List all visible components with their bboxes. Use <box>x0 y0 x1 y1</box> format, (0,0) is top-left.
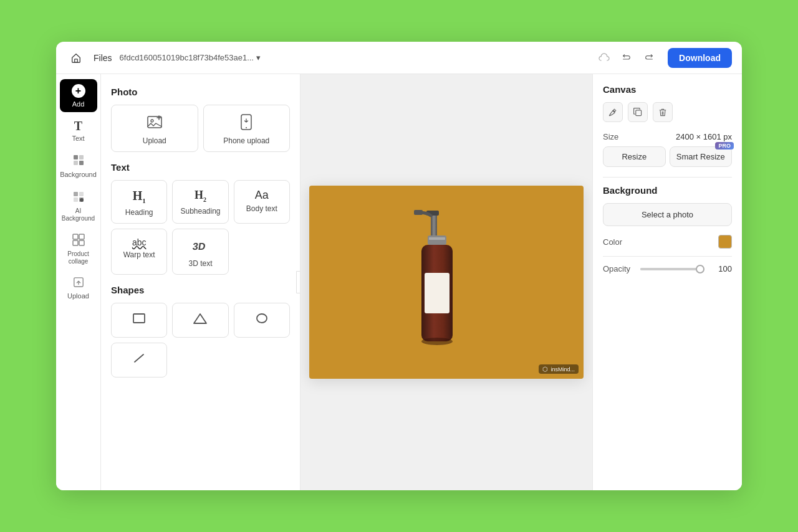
3d-text-card[interactable]: 3D 3D text <box>172 229 228 275</box>
left-sidebar: + Add T Text Background <box>56 74 101 490</box>
svg-rect-0 <box>75 59 78 62</box>
line-card[interactable] <box>111 343 167 378</box>
svg-point-21 <box>257 314 267 323</box>
circle-icon <box>255 312 269 327</box>
sidebar-item-ai-background[interactable]: AI Background <box>60 186 97 226</box>
svg-rect-5 <box>74 192 78 196</box>
phone-upload-label: Phone upload <box>223 136 269 145</box>
copy-tool-button[interactable] <box>628 102 648 122</box>
select-photo-button[interactable]: Select a photo <box>603 203 732 226</box>
canvas-tools <box>603 102 732 122</box>
svg-rect-11 <box>79 234 84 239</box>
add-panel: Photo Upload <box>101 74 300 490</box>
svg-rect-6 <box>79 192 84 196</box>
sidebar-item-text[interactable]: T Text <box>60 115 97 146</box>
cloud-icon <box>598 53 610 63</box>
canvas-area: ⬡ insMind... <box>300 74 592 490</box>
add-icon: + <box>72 84 85 98</box>
svg-rect-7 <box>74 197 78 202</box>
sidebar-item-upload[interactable]: Upload <box>60 272 97 304</box>
redo-button[interactable] <box>640 49 658 67</box>
smart-resize-button[interactable]: Smart Resize Pro <box>670 146 733 167</box>
ai-background-icon <box>72 191 85 205</box>
size-value: 2400 × 1601 px <box>676 132 732 141</box>
main-layout: + Add T Text Background <box>56 74 742 490</box>
triangle-card[interactable] <box>172 303 228 338</box>
divider-2 <box>603 256 732 257</box>
right-panel: Canvas <box>592 74 742 490</box>
shape-cards <box>111 303 290 378</box>
triangle-icon <box>193 312 207 327</box>
subheading-card[interactable]: H2 Subheading <box>172 180 228 224</box>
phone-upload-card[interactable]: Phone upload <box>203 105 291 152</box>
color-row: Color <box>603 235 732 249</box>
resize-buttons: Resize Smart Resize Pro <box>603 146 732 167</box>
opacity-thumb <box>696 265 704 273</box>
svg-rect-1 <box>74 155 78 159</box>
panel-collapse-button[interactable]: ‹ <box>296 271 300 293</box>
divider-1 <box>603 177 732 178</box>
heading-icon: H1 <box>133 189 146 204</box>
rectangle-icon <box>132 312 146 327</box>
svg-rect-4 <box>79 161 84 165</box>
product-collage-icon <box>72 234 85 248</box>
opacity-label: Opacity <box>603 264 630 273</box>
upload-photo-card[interactable]: Upload <box>111 105 198 152</box>
svg-text:3D: 3D <box>193 240 206 252</box>
heading-card[interactable]: H1 Heading <box>111 180 167 224</box>
canvas-image: ⬡ insMind... <box>309 186 584 379</box>
undo-button[interactable] <box>618 49 635 67</box>
filename[interactable]: 6fdcd160051019bc18f73b4fe53ae1... ▾ <box>120 53 261 62</box>
svg-point-16 <box>151 120 153 122</box>
sidebar-item-add[interactable]: + Add <box>60 79 97 112</box>
warp-text-label: Warp text <box>123 250 155 259</box>
photo-section-title: Photo <box>111 87 290 97</box>
color-swatch[interactable] <box>718 235 732 249</box>
canvas-title: Canvas <box>603 84 732 95</box>
sidebar-item-ai-background-label: AI Background <box>62 207 95 222</box>
svg-rect-30 <box>636 110 642 116</box>
files-nav[interactable]: Files <box>94 53 112 63</box>
opacity-row: Opacity 100 <box>603 264 732 273</box>
svg-point-18 <box>246 127 247 128</box>
sidebar-item-product-collage[interactable]: Product collage <box>60 229 97 269</box>
sidebar-item-add-label: Add <box>72 100 85 108</box>
svg-rect-13 <box>79 240 84 245</box>
svg-rect-24 <box>414 210 423 215</box>
upload-photo-icon <box>147 114 163 133</box>
app-window: Files 6fdcd160051019bc18f73b4fe53ae1... … <box>56 42 742 490</box>
body-text-card[interactable]: Aa Body text <box>234 180 290 224</box>
opacity-slider[interactable] <box>640 268 704 270</box>
upload-sidebar-icon <box>73 277 84 290</box>
text-section-title: Text <box>111 162 290 173</box>
subheading-label: Subheading <box>180 207 220 216</box>
sidebar-item-background[interactable]: Background <box>60 149 97 183</box>
photo-cards: Upload Phone upload <box>111 105 290 152</box>
background-icon <box>72 154 85 168</box>
opacity-value: 100 <box>714 264 732 273</box>
header-actions: Download <box>618 48 732 68</box>
download-button[interactable]: Download <box>668 48 732 68</box>
body-text-icon: Aa <box>255 189 269 201</box>
pro-badge: Pro <box>715 142 734 150</box>
svg-line-22 <box>135 354 143 362</box>
paint-tool-button[interactable] <box>603 102 623 122</box>
home-button[interactable] <box>66 48 86 68</box>
warp-text-card[interactable]: abc Warp text <box>111 229 167 275</box>
svg-rect-20 <box>133 314 145 323</box>
sidebar-item-product-collage-label: Product collage <box>62 250 95 265</box>
circle-card[interactable] <box>234 303 290 338</box>
svg-rect-2 <box>79 155 84 159</box>
line-icon <box>132 352 146 367</box>
product-bottle <box>397 201 496 363</box>
body-text-label: Body text <box>246 204 277 213</box>
delete-tool-button[interactable] <box>653 102 673 122</box>
rectangle-card[interactable] <box>111 303 167 338</box>
size-row: Size 2400 × 1601 px <box>603 132 732 141</box>
svg-rect-25 <box>428 235 446 245</box>
3d-text-icon: 3D <box>193 238 208 255</box>
3d-text-label: 3D text <box>188 259 212 268</box>
shapes-section-title: Shapes <box>111 285 290 295</box>
resize-button[interactable]: Resize <box>603 146 666 167</box>
warp-text-icon: abc <box>132 238 147 247</box>
